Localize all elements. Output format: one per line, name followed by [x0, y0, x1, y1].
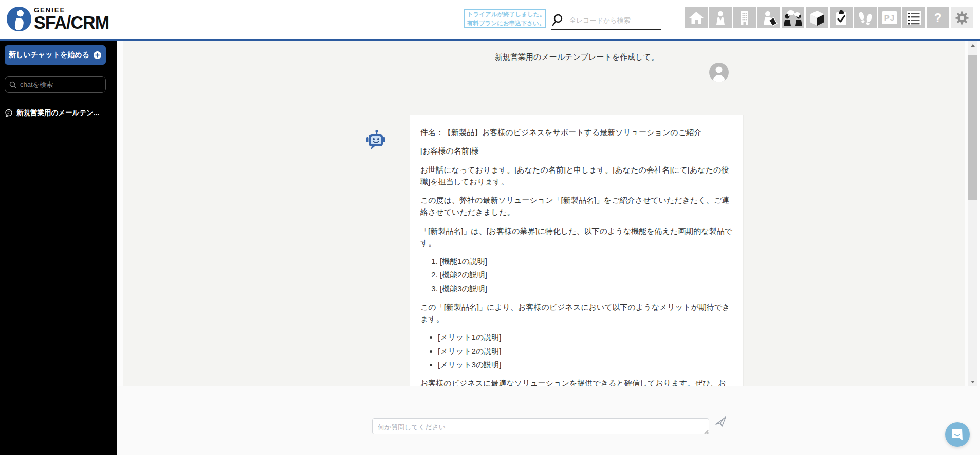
scrollbar-up-arrow[interactable] [968, 41, 977, 50]
scrollbar-thumb[interactable] [968, 55, 977, 200]
contact-icon[interactable] [709, 7, 732, 28]
business-person-icon[interactable] [757, 7, 780, 28]
bot-msg-intro: お世話になっております。[あなたの名前]と申します。[あなたの会社名]にて[あな… [420, 164, 733, 188]
help-icon-label: ? [934, 11, 942, 25]
support-chat-launcher[interactable] [945, 422, 970, 447]
help-icon[interactable]: ? [927, 7, 949, 28]
list-icon[interactable] [902, 7, 925, 28]
feature-item: [機能3の説明] [440, 282, 733, 294]
new-chat-button[interactable]: 新しいチャットを始める [5, 45, 106, 65]
bot-msg-feature-list: [機能1の説明] [機能2の説明] [機能3の説明] [420, 255, 733, 294]
nav-icon-bar: PJ ? [685, 7, 973, 28]
global-search-input[interactable] [569, 16, 652, 24]
chat-search-icon [9, 81, 16, 88]
paper-plane-icon [715, 416, 727, 428]
trial-expired-notice: トライアルが終了しました。 有料プランにお申込下さい。 [464, 9, 546, 28]
activity-icon[interactable] [854, 7, 877, 28]
product-icon[interactable] [806, 7, 828, 28]
settings-gear-icon[interactable] [951, 7, 973, 28]
person-silhouette-icon [709, 63, 729, 82]
feature-item: [機能2の説明] [440, 269, 733, 280]
home-icon[interactable] [685, 7, 708, 28]
chat-sidebar: 新しいチャットを始める 新規営業用のメールテン... [0, 41, 117, 455]
chat-item-title: 新規営業用のメールテン... [16, 108, 99, 118]
chat-search [5, 76, 106, 93]
bot-msg-introduce: この度は、弊社の最新ソリューション「[新製品名]」をご紹介させていただきたく、ご… [420, 194, 733, 218]
project-icon-label: PJ [882, 11, 897, 24]
task-icon[interactable] [830, 7, 853, 28]
user-message: 新規営業用のメールテンプレートを作成して。 [495, 52, 659, 62]
global-search [551, 11, 661, 30]
bot-msg-benefits-lead: この「[新製品名]」により、お客様のビジネスにおいて以下のようなメリットが期待で… [420, 301, 733, 325]
chat-bubble-icon [5, 109, 13, 117]
bot-msg-subject: 件名：【新製品】お客様のビジネスをサポートする最新ソリューションのご紹介 [420, 126, 733, 138]
scrollbar-down-arrow[interactable] [968, 377, 977, 386]
send-button[interactable] [714, 416, 728, 429]
bot-avatar-robot-icon [366, 129, 385, 151]
bot-message-card: 件名：【新製品】お客様のビジネスをサポートする最新ソリューションのご紹介 [お客… [410, 115, 744, 386]
feature-item: [機能1の説明] [440, 255, 733, 267]
bot-msg-features-lead: 「[新製品名]」は、[お客様の業界]に特化した、以下のような機能を備えた画期的な… [420, 225, 733, 249]
new-chat-button-label: 新しいチャットを始める [9, 50, 89, 60]
bot-msg-greeting: [お客様の名前]様 [420, 145, 733, 157]
chat-message-area: 新規営業用のメールテンプレートを作成して。 件名：【新製品】お客様のビジネスをサ… [123, 41, 965, 386]
trial-notice-line2: 有料プランにお申込下さい。 [467, 19, 542, 28]
geniee-logo-icon [6, 6, 32, 32]
meeting-icon[interactable] [782, 7, 804, 28]
plus-circle-icon [93, 51, 102, 60]
benefit-item: [メリット2の説明] [438, 345, 733, 357]
chat-input[interactable] [372, 418, 709, 434]
chat-list: 新規営業用のメールテン... [5, 108, 117, 118]
brand-name-large: SFA/CRM [34, 13, 109, 31]
bot-msg-benefit-list: [メリット1の説明] [メリット2の説明] [メリット3の説明] [420, 331, 733, 370]
user-avatar [709, 63, 729, 82]
chat-scrollbar[interactable] [968, 41, 977, 386]
chat-list-item[interactable]: 新規営業用のメールテン... [5, 108, 117, 118]
search-icon [552, 13, 565, 27]
composer-area [117, 386, 980, 455]
benefit-item: [メリット3の説明] [438, 358, 733, 370]
app-header: GENIEE SFA/CRM トライアルが終了しました。 有料プランにお申込下さ… [0, 0, 980, 41]
trial-notice-line1: トライアルが終了しました。 [467, 10, 542, 19]
benefit-item: [メリット1の説明] [438, 331, 733, 343]
chat-search-input[interactable] [20, 81, 97, 88]
chat-smile-bubble-icon [951, 428, 964, 441]
app-logo: GENIEE SFA/CRM [6, 4, 109, 32]
project-icon[interactable]: PJ [878, 7, 901, 28]
company-icon[interactable] [733, 7, 756, 28]
bot-msg-closing: お客様のビジネスに最適なソリューションを提供できると確信しております。ぜひ、お気… [420, 377, 733, 386]
